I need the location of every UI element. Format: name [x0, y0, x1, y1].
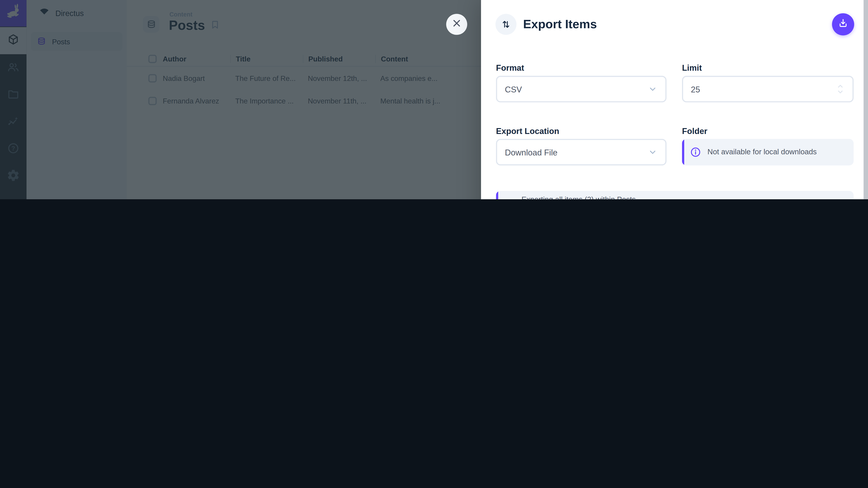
folder-label: Folder	[682, 126, 707, 135]
notice-accent-bar	[682, 139, 684, 166]
close-icon	[451, 18, 462, 31]
export-info-notice: Exporting all items (2) within Posts. On…	[496, 191, 854, 199]
close-drawer-button[interactable]	[446, 14, 467, 35]
limit-field	[682, 76, 854, 103]
notice-accent-bar	[496, 191, 498, 199]
drawer-title: Export Items	[523, 17, 597, 32]
stepper-up-icon[interactable]	[836, 83, 845, 89]
swap-vert-icon-badge	[495, 14, 517, 35]
export-info-text: Exporting all items (2) within Posts. On…	[522, 195, 739, 199]
info-icon	[504, 199, 515, 199]
limit-label: Limit	[682, 63, 702, 72]
folder-notice-text: Not available for local downloads	[708, 147, 817, 157]
start-export-button[interactable]	[832, 13, 854, 35]
export-info-line1: Exporting all items (2) within Posts.	[522, 195, 739, 199]
format-label: Format	[496, 63, 524, 72]
export-location-value: Download File	[505, 148, 648, 157]
info-icon	[690, 147, 701, 158]
chevron-down-icon	[648, 147, 657, 157]
format-value: CSV	[505, 84, 648, 94]
chevron-down-icon	[648, 84, 657, 94]
export-location-select[interactable]: Download File	[496, 139, 666, 166]
download-icon	[837, 18, 848, 31]
export-location-label: Export Location	[496, 126, 559, 135]
drawer-scrollbar	[864, 0, 868, 199]
modal-overlay[interactable]	[0, 0, 481, 199]
stepper-down-icon[interactable]	[836, 89, 845, 95]
app-root: ? Directus	[0, 0, 868, 199]
folder-disabled-notice: Not available for local downloads	[682, 139, 854, 166]
limit-input[interactable]	[691, 84, 836, 94]
export-drawer: Export Items Format CSV Limit Export Loc…	[481, 0, 868, 199]
format-select[interactable]: CSV	[496, 76, 666, 103]
number-stepper	[836, 83, 845, 95]
scrollbar-thumb[interactable]	[864, 0, 868, 199]
